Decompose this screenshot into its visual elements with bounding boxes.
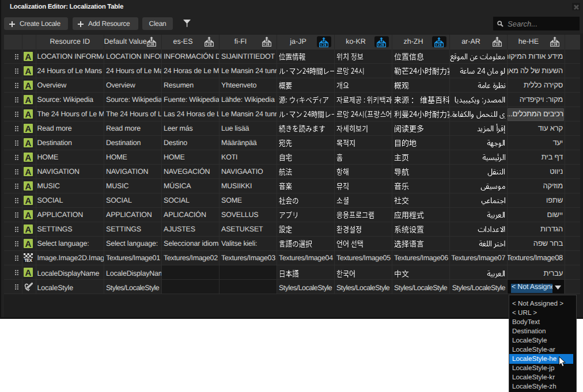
svg-text:A: A [25, 182, 32, 191]
svg-text:A: A [25, 196, 32, 205]
svg-text:A: A [25, 211, 32, 220]
svg-text:A: A [25, 124, 32, 134]
svg-text:A: A [25, 239, 32, 249]
svg-text:A: A [25, 67, 32, 76]
svg-text:A: A [25, 153, 32, 162]
svg-text:A: A [25, 168, 32, 177]
svg-text:A: A [25, 139, 32, 148]
svg-text:A: A [25, 110, 32, 119]
svg-text:A: A [25, 81, 32, 90]
svg-text:A: A [25, 52, 32, 62]
svg-text:A: A [25, 225, 32, 234]
svg-text:A: A [25, 96, 32, 105]
svg-text:TEX: TEX [24, 258, 33, 262]
svg-text:A: A [25, 268, 32, 277]
